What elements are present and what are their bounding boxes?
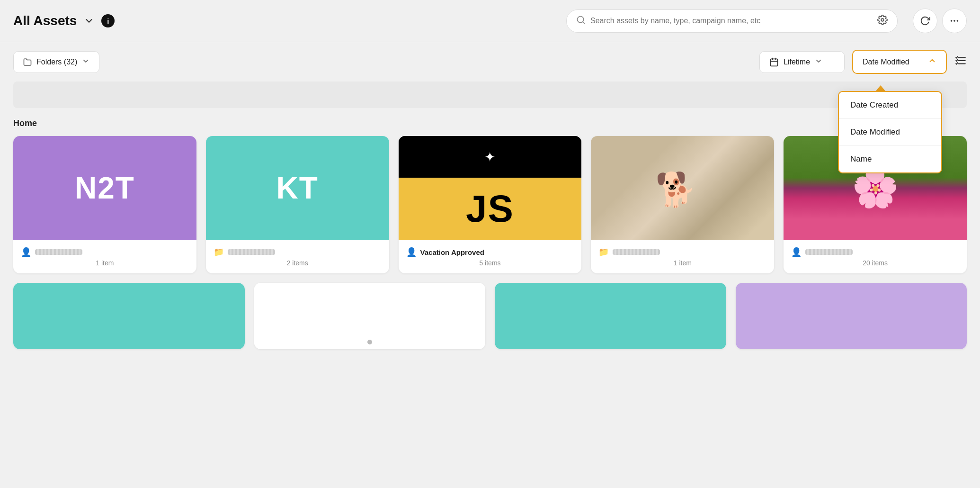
dot-indicator — [367, 340, 372, 344]
asset-card-bottom-3[interactable] — [495, 283, 726, 349]
page-title: All Assets — [13, 13, 77, 28]
info-icon[interactable]: i — [101, 14, 115, 27]
card-thumbnail-lavender — [736, 283, 967, 349]
svg-point-4 — [953, 20, 955, 22]
asset-card-n2t[interactable]: N2T 👤 1 item — [13, 136, 196, 273]
lifetime-label: Lifetime — [784, 58, 810, 66]
card-thumbnail-white-bottom — [254, 283, 486, 349]
card-thumbnail-kt: KT — [206, 136, 389, 240]
svg-point-5 — [957, 20, 959, 22]
card-count-vacation: 5 items — [406, 259, 574, 267]
folders-chevron-icon — [82, 57, 89, 67]
folders-label: Folders (32) — [36, 58, 77, 66]
card-meta-kt: 📁 — [214, 247, 382, 257]
person-icon-flowers: 👤 — [791, 247, 802, 257]
sort-menu-arrow — [876, 85, 885, 91]
folder-icon-dog: 📁 — [598, 247, 609, 257]
folders-dropdown[interactable]: Folders (32) — [13, 51, 99, 73]
sort-label: Date Modified — [863, 58, 909, 66]
sort-order-button[interactable] — [954, 54, 967, 70]
more-options-button[interactable] — [942, 9, 967, 33]
sort-chevron-up-icon — [928, 56, 936, 67]
sort-menu-list: Date Created Date Modified Name — [838, 91, 942, 173]
search-bar — [566, 9, 898, 33]
asset-card-kt[interactable]: KT 📁 2 items — [206, 136, 389, 273]
main-content: Home N2T 👤 1 item KT 📁 — [0, 81, 980, 349]
lifetime-chevron-icon — [815, 57, 822, 67]
asset-grid-row2 — [13, 283, 967, 349]
svg-point-3 — [951, 20, 953, 22]
card-count-dog: 1 item — [598, 259, 766, 267]
section-label: Home — [13, 116, 967, 128]
card-info-flowers: 👤 20 items — [784, 240, 967, 273]
asset-card-dog[interactable]: 📁 1 item — [591, 136, 774, 273]
card-thumbnail-js: ✦ JS — [399, 136, 582, 240]
folder-icon-kt: 📁 — [214, 247, 224, 257]
person-icon-vacation: 👤 — [406, 247, 417, 257]
title-area: All Assets i — [13, 13, 115, 28]
card-thumbnail-teal-bottom-2 — [495, 283, 726, 349]
card-thumbnail-teal-bottom-1 — [13, 283, 245, 349]
card-name-placeholder-flowers — [805, 249, 853, 255]
search-icon — [576, 15, 586, 27]
card-name-placeholder-n2t — [35, 249, 82, 255]
js-bottom-section: JS — [399, 178, 582, 240]
card-meta-vacation: 👤 Vacation Approved — [406, 247, 574, 257]
card-name-vacation: Vacation Approved — [420, 248, 484, 256]
person-icon-n2t: 👤 — [21, 247, 31, 257]
card-meta-flowers: 👤 — [791, 247, 959, 257]
js-top-section: ✦ — [399, 136, 582, 178]
card-meta-dog: 📁 — [598, 247, 766, 257]
asset-grid: N2T 👤 1 item KT 📁 2 items — [13, 136, 967, 273]
asset-card-bottom-2[interactable] — [254, 283, 486, 349]
sort-option-date-created[interactable]: Date Created — [839, 92, 941, 119]
card-info-kt: 📁 2 items — [206, 240, 389, 273]
card-meta-n2t: 👤 — [21, 247, 189, 257]
asset-card-bottom-4[interactable] — [736, 283, 967, 349]
card-thumbnail-dog — [591, 136, 774, 240]
card-name-placeholder-dog — [613, 249, 660, 255]
refresh-button[interactable] — [913, 9, 937, 33]
card-info-vacation: 👤 Vacation Approved 5 items — [399, 240, 582, 273]
sort-option-name[interactable]: Name — [839, 146, 941, 172]
card-count-flowers: 20 items — [791, 259, 959, 267]
calendar-icon — [769, 57, 779, 67]
sort-menu: Date Created Date Modified Name — [838, 85, 942, 173]
top-right-actions — [913, 9, 967, 33]
card-count-n2t: 1 item — [21, 259, 189, 267]
title-chevron-button[interactable] — [81, 13, 97, 28]
filter-bar: Folders (32) Lifetime Date Modified — [0, 42, 980, 81]
card-info-n2t: 👤 1 item — [13, 240, 196, 273]
asset-card-vacation[interactable]: ✦ JS 👤 Vacation Approved 5 items — [399, 136, 582, 273]
svg-point-2 — [881, 18, 884, 21]
sort-option-date-modified[interactable]: Date Modified — [839, 119, 941, 146]
svg-rect-6 — [771, 59, 778, 66]
search-settings-button[interactable] — [877, 15, 888, 27]
search-input[interactable] — [590, 17, 873, 25]
sort-dropdown[interactable]: Date Modified — [852, 50, 947, 74]
breadcrumb-bar — [13, 81, 967, 108]
lifetime-dropdown[interactable]: Lifetime — [759, 51, 845, 73]
card-count-kt: 2 items — [214, 259, 382, 267]
top-bar: All Assets i — [0, 0, 980, 42]
card-info-dog: 📁 1 item — [591, 240, 774, 273]
card-thumbnail-n2t: N2T — [13, 136, 196, 240]
card-name-placeholder-kt — [228, 249, 275, 255]
folder-icon — [23, 58, 32, 66]
asset-card-bottom-1[interactable] — [13, 283, 245, 349]
svg-line-1 — [583, 21, 585, 23]
